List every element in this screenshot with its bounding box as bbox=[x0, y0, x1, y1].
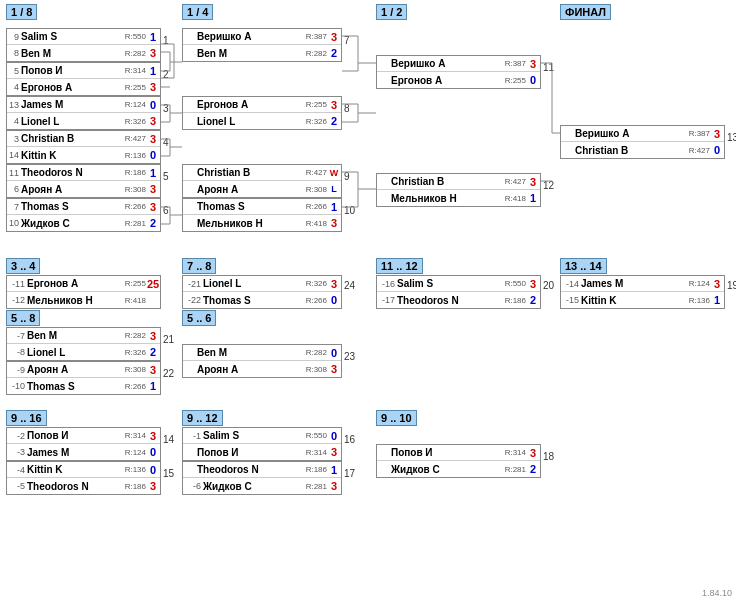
score: 3 bbox=[146, 133, 160, 145]
score: 1 bbox=[710, 294, 724, 306]
rating: R:427 bbox=[125, 134, 146, 143]
player-name: Жидков С bbox=[391, 464, 503, 475]
match-p912a: -1 Salim S R:550 0 Попов И R:314 3 bbox=[182, 427, 342, 461]
seed: -2 bbox=[7, 431, 27, 441]
player-name: Ергонов А bbox=[197, 99, 304, 110]
title-p1112: 11 .. 12 bbox=[376, 258, 423, 274]
match-p916a: -2 Попов И R:314 3 -3 James M R:124 0 bbox=[6, 427, 161, 461]
score: 0 bbox=[710, 144, 724, 156]
player-name: Ben M bbox=[21, 48, 123, 59]
player-name: Веришко А bbox=[575, 128, 687, 139]
match-num-11: 11 bbox=[543, 62, 554, 73]
player-name: Theodoros N bbox=[197, 464, 304, 475]
title-p1314: 13 .. 14 bbox=[560, 258, 607, 274]
rating: R:387 bbox=[306, 32, 327, 41]
player-name: Веришко А bbox=[197, 31, 304, 42]
match-10: Thomas S R:266 1 Мельников Н R:418 3 bbox=[182, 198, 342, 232]
score: 25 bbox=[146, 278, 160, 290]
rating: R:255 bbox=[125, 279, 146, 288]
score: 2 bbox=[327, 47, 341, 59]
seed: -11 bbox=[7, 279, 27, 289]
match-num-p912b: 17 bbox=[344, 468, 355, 479]
match-num-12: 12 bbox=[543, 180, 554, 191]
version-label: 1.84.10 bbox=[702, 588, 732, 598]
player-name: Мельников Н bbox=[197, 218, 304, 229]
seed: -22 bbox=[183, 295, 203, 305]
seed: -12 bbox=[7, 295, 27, 305]
rating: R:326 bbox=[306, 279, 327, 288]
seed: -8 bbox=[7, 347, 27, 357]
score: 3 bbox=[146, 364, 160, 376]
title-qf: 1 / 4 bbox=[182, 4, 213, 20]
seed: -1 bbox=[183, 431, 203, 441]
match-num-7: 7 bbox=[344, 35, 350, 46]
score: 0 bbox=[146, 446, 160, 458]
rating: R:266 bbox=[125, 382, 146, 391]
score: 3 bbox=[327, 217, 341, 229]
score: 3 bbox=[710, 278, 724, 290]
match-num-p58b: 22 bbox=[163, 368, 174, 379]
match-num-p910: 18 bbox=[543, 451, 554, 462]
score: 2 bbox=[526, 294, 540, 306]
rating: R:314 bbox=[306, 448, 327, 457]
player-name: Thomas S bbox=[197, 201, 304, 212]
player-name: Мельников Н bbox=[27, 295, 123, 306]
player-name: Попов И bbox=[391, 447, 503, 458]
player-name: Theodoros N bbox=[27, 481, 123, 492]
rating: R:281 bbox=[306, 482, 327, 491]
score: 1 bbox=[146, 380, 160, 392]
rating: R:326 bbox=[125, 348, 146, 357]
score: 0 bbox=[146, 149, 160, 161]
match-1: 9 Salim S R:550 1 8 Ben M R:282 3 bbox=[6, 28, 161, 62]
match-p58b: -9 Ароян А R:308 3 -10 Thomas S R:266 1 bbox=[6, 361, 161, 395]
player-name: Ароян А bbox=[197, 184, 304, 195]
score: 1 bbox=[146, 31, 160, 43]
player-name: Ергонов А bbox=[21, 82, 123, 93]
rating: R:255 bbox=[125, 83, 146, 92]
score: 0 bbox=[146, 99, 160, 111]
player-name: Ароян А bbox=[197, 364, 304, 375]
seed: -5 bbox=[7, 481, 27, 491]
rating: R:281 bbox=[125, 219, 146, 228]
title-p56: 5 .. 6 bbox=[182, 310, 216, 326]
player-name: Lionel L bbox=[21, 116, 123, 127]
rating: R:186 bbox=[125, 482, 146, 491]
match-p56: Ben M R:282 0 Ароян А R:308 3 bbox=[182, 344, 342, 378]
match-num-p78a: 24 bbox=[344, 280, 355, 291]
player-name: Попов И bbox=[197, 447, 304, 458]
rating: R:550 bbox=[306, 431, 327, 440]
rating: R:186 bbox=[505, 296, 526, 305]
rating: R:282 bbox=[306, 348, 327, 357]
player-name: Salim S bbox=[21, 31, 123, 42]
rating: R:266 bbox=[306, 202, 327, 211]
score: 0 bbox=[146, 464, 160, 476]
match-p1112: -16 Salim S R:550 3 -17 Theodoros N R:18… bbox=[376, 275, 541, 309]
seed: 4 bbox=[7, 116, 21, 126]
title-p916: 9 .. 16 bbox=[6, 410, 47, 426]
seed: 4 bbox=[7, 82, 21, 92]
title-p58: 5 .. 8 bbox=[6, 310, 40, 326]
player-name: Ароян А bbox=[27, 364, 123, 375]
seed: -14 bbox=[561, 279, 581, 289]
score: 0 bbox=[327, 430, 341, 442]
rating: R:282 bbox=[125, 49, 146, 58]
seed: 3 bbox=[7, 134, 21, 144]
seed: -7 bbox=[7, 331, 27, 341]
rating: R:266 bbox=[125, 202, 146, 211]
title-final: ФИНАЛ bbox=[560, 4, 611, 20]
rating: R:136 bbox=[125, 151, 146, 160]
player-name: Жидков С bbox=[21, 218, 123, 229]
score: 0 bbox=[327, 294, 341, 306]
player-name: Salim S bbox=[397, 278, 503, 289]
rating: R:266 bbox=[306, 296, 327, 305]
score: 3 bbox=[327, 278, 341, 290]
seed: -4 bbox=[7, 465, 27, 475]
player-name: Жидков С bbox=[203, 481, 304, 492]
match-13: Веришко А R:387 3 Christian B R:427 0 bbox=[560, 125, 725, 159]
rating: R:282 bbox=[125, 331, 146, 340]
seed: 14 bbox=[7, 150, 21, 160]
score: 1 bbox=[327, 464, 341, 476]
score: 3 bbox=[146, 430, 160, 442]
player-name: Ароян А bbox=[21, 184, 123, 195]
score: 0 bbox=[526, 74, 540, 86]
